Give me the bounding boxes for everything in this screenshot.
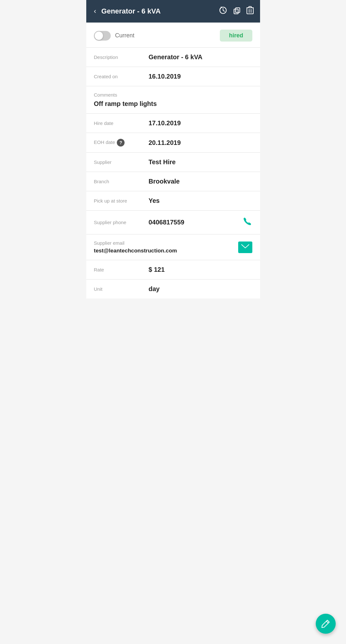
branch-label: Branch: [94, 179, 109, 184]
rate-label: Rate: [94, 267, 104, 272]
pickup-value: Yes: [149, 197, 160, 204]
delete-icon[interactable]: [247, 6, 254, 16]
rate-value: $ 121: [149, 266, 165, 273]
comments-value: Off ramp temp lights: [94, 100, 252, 108]
svg-rect-6: [249, 6, 251, 8]
page-title: Generator - 6 kVA: [101, 7, 215, 15]
eoh-date-row: EOH date ? 20.11.2019: [86, 133, 260, 152]
toggle-group: Current: [94, 31, 135, 41]
hire-date-value: 17.10.2019: [149, 119, 181, 127]
eoh-date-label: EOH date: [94, 139, 115, 145]
rate-row: Rate $ 121: [86, 260, 260, 279]
supplier-phone-value: 0406817559: [149, 219, 184, 226]
hire-date-label: Hire date: [94, 120, 114, 126]
app-header: ‹ Generator - 6 kVA: [86, 0, 260, 23]
unit-value: day: [149, 285, 160, 292]
hire-date-row: Hire date 17.10.2019: [86, 113, 260, 133]
comments-label: Comments: [94, 92, 252, 98]
description-row: Description Generator - 6 kVA: [86, 47, 260, 67]
comments-row: Comments Off ramp temp lights: [86, 86, 260, 113]
toggle-label: Current: [115, 32, 135, 39]
created-on-label: Created on: [94, 74, 118, 79]
back-button[interactable]: ‹: [93, 6, 98, 17]
svg-marker-1: [221, 6, 222, 8]
history-icon[interactable]: [219, 6, 227, 16]
branch-value: Brookvale: [149, 178, 180, 185]
supplier-phone-row: Supplier phone 0406817559: [86, 210, 260, 234]
header-actions: [219, 6, 254, 16]
supplier-row: Supplier Test Hire: [86, 152, 260, 172]
phone-icon[interactable]: [243, 216, 252, 228]
created-on-value: 16.10.2019: [149, 73, 181, 80]
status-row: Current hired: [86, 23, 260, 47]
supplier-email-value: test@leantechconstruction.com: [94, 248, 177, 254]
toggle-thumb: [95, 32, 103, 40]
pickup-row: Pick up at store Yes: [86, 191, 260, 210]
branch-row: Branch Brookvale: [86, 172, 260, 191]
created-on-row: Created on 16.10.2019: [86, 67, 260, 86]
supplier-email-row: Supplier email test@leantechconstruction…: [86, 234, 260, 260]
supplier-email-label: Supplier email: [94, 240, 177, 246]
hired-badge: hired: [220, 30, 252, 42]
unit-label: Unit: [94, 286, 103, 292]
pickup-label: Pick up at store: [94, 198, 127, 204]
svg-rect-3: [234, 9, 238, 14]
supplier-phone-label: Supplier phone: [94, 220, 126, 225]
current-toggle[interactable]: [94, 31, 111, 41]
eoh-date-value: 20.11.2019: [149, 139, 181, 146]
description-value: Generator - 6 kVA: [149, 53, 202, 61]
eoh-info-icon[interactable]: ?: [117, 139, 125, 147]
copy-icon[interactable]: [233, 6, 241, 16]
supplier-value: Test Hire: [149, 158, 176, 166]
svg-rect-4: [247, 8, 253, 14]
supplier-label: Supplier: [94, 159, 112, 165]
content-area: Current hired Description Generator - 6 …: [86, 23, 260, 298]
unit-row: Unit day: [86, 279, 260, 298]
description-label: Description: [94, 54, 118, 60]
email-icon[interactable]: [238, 242, 252, 253]
